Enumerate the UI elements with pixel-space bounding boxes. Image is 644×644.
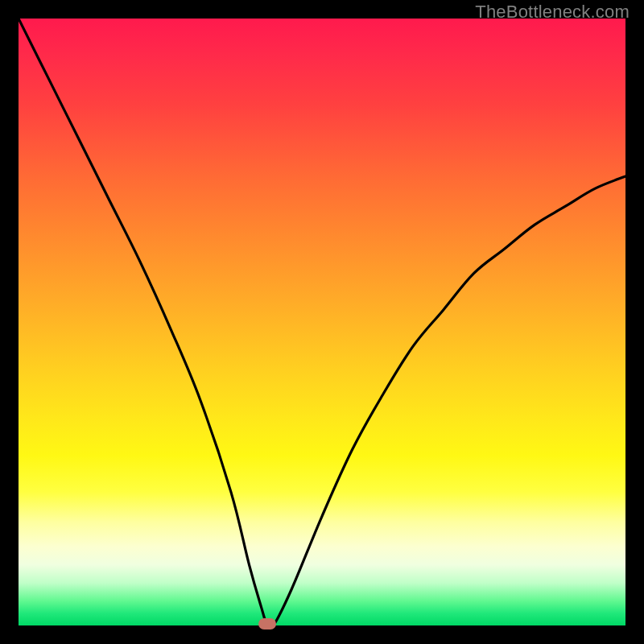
watermark-text: TheBottleneck.com [475, 2, 630, 23]
chart-frame: TheBottleneck.com [0, 0, 644, 644]
bottleneck-curve [19, 19, 625, 625]
optimal-marker [258, 618, 276, 630]
